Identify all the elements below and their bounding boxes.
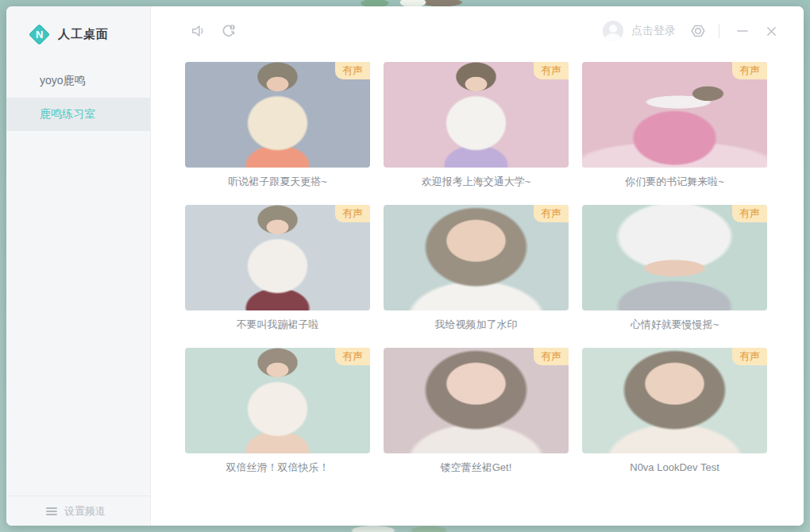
video-thumbnail: 有声 <box>185 62 370 168</box>
video-grid: 有声 听说裙子跟夏天更搭~ 有声 欢迎报考上海交通大学~ 有声 你们要的书记舞来… <box>185 62 804 475</box>
channel-settings-label: 设置频道 <box>64 504 106 519</box>
topbar-right: 点击登录 <box>603 21 781 41</box>
video-thumbnail: 有声 <box>582 62 767 168</box>
sound-badge: 有声 <box>732 348 767 365</box>
hamburger-icon <box>46 506 57 517</box>
video-caption: 你们要的书记舞来啦~ <box>582 175 767 189</box>
video-card[interactable]: 有声 N0va LookDev Test <box>582 348 767 475</box>
app-logo: N 人工桌面 <box>6 6 150 42</box>
video-caption: N0va LookDev Test <box>582 461 767 475</box>
app-title: 人工桌面 <box>58 27 109 42</box>
video-thumbnail: 有声 <box>384 348 569 453</box>
sound-badge: 有声 <box>335 348 370 365</box>
video-card[interactable]: 有声 我给视频加了水印 <box>384 205 569 332</box>
update-icon[interactable] <box>219 21 238 40</box>
minimize-icon[interactable] <box>732 21 753 41</box>
video-card[interactable]: 有声 欢迎报考上海交通大学~ <box>384 62 569 189</box>
app-window: N 人工桌面 yoyo鹿鸣 鹿鸣练习室 设置频道 <box>6 6 804 526</box>
topbar-divider <box>719 24 719 38</box>
sidebar-item-label: 鹿鸣练习室 <box>40 107 95 121</box>
channel-settings-button[interactable]: 设置频道 <box>6 495 150 526</box>
video-caption: 欢迎报考上海交通大学~ <box>384 175 569 189</box>
sidebar-item-label: yoyo鹿鸣 <box>40 74 86 88</box>
close-icon[interactable] <box>761 21 781 41</box>
settings-icon[interactable] <box>688 21 708 40</box>
video-caption: 镂空蕾丝裙Get! <box>384 461 569 475</box>
logo-diamond-icon: N <box>29 24 50 45</box>
video-caption: 不要叫我蹦裙子啦 <box>185 318 370 332</box>
avatar[interactable] <box>603 21 623 41</box>
sound-badge: 有声 <box>335 62 370 79</box>
volume-icon[interactable] <box>189 21 208 40</box>
video-card[interactable]: 有声 不要叫我蹦裙子啦 <box>185 205 370 332</box>
video-thumbnail: 有声 <box>384 62 569 168</box>
video-card[interactable]: 有声 你们要的书记舞来啦~ <box>582 62 767 189</box>
video-card[interactable]: 有声 心情好就要慢慢摇~ <box>582 205 767 332</box>
sound-badge: 有声 <box>335 205 370 222</box>
video-caption: 心情好就要慢慢摇~ <box>582 318 767 332</box>
sound-badge: 有声 <box>732 62 767 79</box>
sound-badge: 有声 <box>534 205 569 222</box>
video-thumbnail: 有声 <box>185 205 370 310</box>
video-card[interactable]: 有声 镂空蕾丝裙Get! <box>384 348 569 475</box>
video-caption: 听说裙子跟夏天更搭~ <box>185 175 370 189</box>
video-card[interactable]: 有声 双倍丝滑！双倍快乐！ <box>185 348 370 475</box>
channel-nav: yoyo鹿鸣 鹿鸣练习室 <box>6 64 150 131</box>
video-thumbnail: 有声 <box>582 205 767 310</box>
topbar: 点击登录 <box>151 6 804 56</box>
video-thumbnail: 有声 <box>185 348 370 453</box>
video-thumbnail: 有声 <box>384 205 569 310</box>
sound-badge: 有声 <box>732 205 767 222</box>
login-button[interactable]: 点击登录 <box>631 24 676 38</box>
video-caption: 我给视频加了水印 <box>384 318 569 332</box>
sound-badge: 有声 <box>534 348 569 365</box>
sidebar-item-lumi-practice-room[interactable]: 鹿鸣练习室 <box>6 98 150 131</box>
sound-badge: 有声 <box>534 62 569 79</box>
video-thumbnail: 有声 <box>582 348 767 453</box>
logo-letter: N <box>36 29 43 40</box>
sidebar: N 人工桌面 yoyo鹿鸣 鹿鸣练习室 设置频道 <box>6 6 151 526</box>
video-caption: 双倍丝滑！双倍快乐！ <box>185 461 370 475</box>
video-card[interactable]: 有声 听说裙子跟夏天更搭~ <box>185 62 370 189</box>
main-panel: 点击登录 有声 听说裙子跟夏 <box>151 6 804 526</box>
sidebar-item-yoyo-lumi[interactable]: yoyo鹿鸣 <box>6 64 150 98</box>
